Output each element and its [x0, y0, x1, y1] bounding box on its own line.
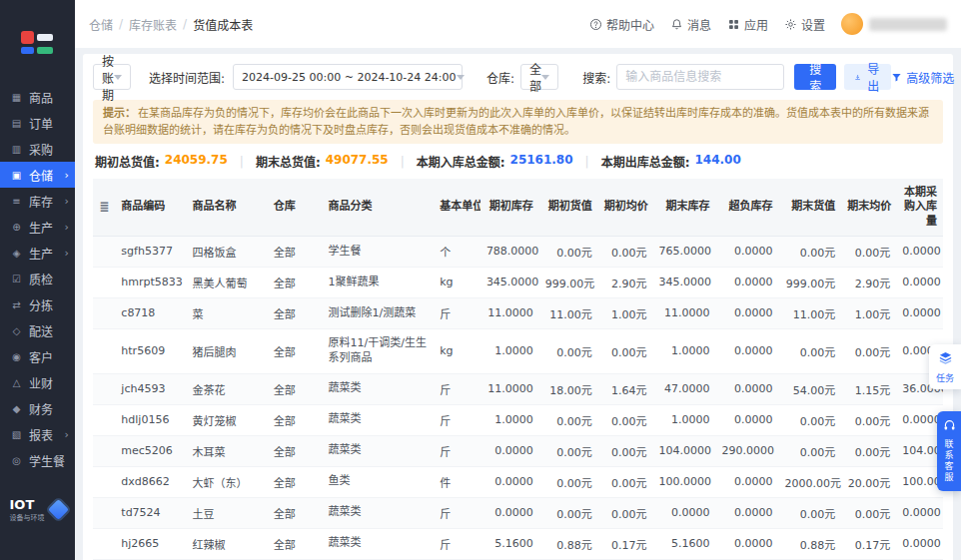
table-cell: 斤 — [434, 497, 480, 528]
sidebar-item-label: 生产 — [29, 219, 53, 236]
table-cell: 788.0000 — [480, 236, 539, 267]
chevron-right-icon: › — [65, 195, 69, 208]
help-center-label: 帮助中心 — [606, 16, 654, 33]
table-cell: 鱼类 — [322, 466, 434, 497]
table-cell: 黄灯笼椒 — [186, 404, 267, 435]
sorting-icon: ⇄ — [10, 299, 23, 310]
column-header: 超负库存 — [715, 179, 778, 236]
table-cell: dxd8662 — [115, 466, 186, 497]
table-cell: 0.0000 — [715, 466, 778, 497]
sidebar-item-label: 仓储 — [29, 167, 53, 184]
apps-button[interactable]: 应用 — [727, 16, 768, 33]
column-header: 期末库存 — [652, 179, 715, 236]
sidebar-item-6[interactable]: ⊕生产› — [0, 214, 75, 240]
sidebar-item-7[interactable]: ◈生产› — [0, 240, 75, 266]
sidebar-item-label: 学生餐 — [29, 452, 65, 469]
breadcrumb: 仓储/库存账表/货值成本表 — [89, 16, 253, 33]
summary-value: 49077.55 — [326, 153, 389, 170]
table-row: sgfh5377四格饭盒全部学生餐个788.00000.00元0.00元765.… — [93, 236, 943, 267]
production-icon: ⊕ — [10, 222, 23, 233]
table-cell: kg — [434, 267, 480, 297]
chevron-down-icon — [457, 75, 465, 80]
customer-icon: ◉ — [10, 351, 23, 362]
user-name-redacted — [869, 18, 947, 31]
contact-support-widget[interactable]: 联系客服 — [937, 411, 961, 491]
table-cell: 全部 — [268, 328, 323, 373]
sidebar-item-2[interactable]: ▤订单 — [0, 110, 75, 136]
bell-icon — [670, 18, 683, 31]
column-settings-button[interactable]: ≣ — [93, 179, 115, 236]
column-header: 基本单位 — [434, 179, 480, 236]
date-range-input[interactable]: 2024-09-25 00:00 ~ 2024-10-24 24:00 — [233, 64, 463, 90]
breadcrumb-item[interactable]: 仓储 — [89, 16, 113, 33]
app-logo[interactable] — [0, 0, 75, 84]
export-button[interactable]: 导出 — [844, 64, 891, 90]
summary-separator: | — [240, 155, 244, 169]
sidebar-item-11[interactable]: ◉客户 — [0, 343, 75, 369]
messages-button[interactable]: 消息 — [670, 16, 711, 33]
table-cell: 大虾（东） — [186, 466, 267, 497]
column-header: 期末货值 — [778, 179, 841, 236]
sidebar-item-label: 业财 — [29, 374, 53, 391]
row-spacer-cell — [93, 373, 115, 404]
filter-funnel-icon — [891, 72, 902, 83]
sidebar-item-9[interactable]: ⇄分拣 — [0, 291, 75, 317]
table-cell: 11.0000 — [480, 297, 539, 328]
help-center-button[interactable]: 帮助中心 — [589, 16, 654, 33]
user-menu[interactable] — [841, 13, 947, 35]
table-cell: 全部 — [268, 528, 323, 559]
column-header: 商品名称 — [186, 179, 267, 236]
chevron-right-icon: › — [65, 169, 69, 182]
table-cell: 全部 — [268, 236, 323, 267]
warehouse-select[interactable]: 全部 — [520, 64, 558, 90]
table-cell: 0.0000 — [715, 528, 778, 559]
sidebar-item-3[interactable]: ▥采购 — [0, 136, 75, 162]
logo-mark-icon — [21, 31, 55, 54]
topbar: 仓储/库存账表/货值成本表 帮助中心 消息 — [75, 0, 961, 48]
row-spacer-cell — [93, 236, 115, 267]
row-spacer-cell — [93, 404, 115, 435]
table-cell: 全部 — [268, 404, 323, 435]
table-cell: 290.0000 — [715, 435, 778, 466]
row-spacer-cell — [93, 528, 115, 559]
date-range-value: 2024-09-25 00:00 ~ 2024-10-24 24:00 — [242, 71, 456, 84]
export-label: 导出 — [865, 60, 881, 94]
table-cell: 黑美人葡萄 — [186, 267, 267, 297]
iot-title: IOT — [10, 498, 45, 512]
sidebar-item-5[interactable]: ≡库存› — [0, 188, 75, 214]
tasks-widget[interactable]: 任务 — [929, 344, 961, 389]
sidebar-item-label: 分拣 — [29, 296, 53, 313]
sidebar-item-15[interactable]: ◎学生餐 — [0, 447, 75, 473]
settings-button[interactable]: 设置 — [784, 16, 825, 33]
student-meal-icon: ◎ — [10, 455, 23, 466]
table-cell: 蔬菜类 — [322, 528, 434, 559]
sidebar-item-1[interactable]: ▦商品 — [0, 84, 75, 110]
sidebar-item-14[interactable]: ▧报表› — [0, 421, 75, 447]
table-row: jch4593金茶花全部蔬菜类斤11.000018.00元1.64元47.000… — [93, 373, 943, 404]
sidebar-item-12[interactable]: △业财 — [0, 369, 75, 395]
summary-item: 期初总货值:24059.75 — [95, 153, 228, 170]
table-cell: 1.00元 — [841, 297, 896, 328]
table-cell: 5.1600 — [480, 528, 539, 559]
advanced-filter-button[interactable]: 高级筛选 — [891, 69, 954, 86]
table-cell: 345.0000 — [480, 267, 539, 297]
summary-bar: 期初总货值:24059.75|期末总货值:49077.55|本期入库总金额:25… — [93, 144, 943, 179]
sidebar-item-label: 报表 — [29, 426, 53, 443]
table-cell: 0.00元 — [841, 328, 896, 373]
table-cell: jch4593 — [115, 373, 186, 404]
table-cell: 0.0000 — [715, 297, 778, 328]
business-finance-icon: △ — [10, 377, 23, 388]
table-cell: 斤 — [434, 297, 480, 328]
question-circle-icon — [589, 18, 602, 31]
sidebar-item-13[interactable]: ◆财务 — [0, 395, 75, 421]
search-button[interactable]: 搜索 — [794, 64, 836, 90]
sidebar-item-8[interactable]: ☑质检 — [0, 266, 75, 291]
period-select[interactable]: 按账期 — [93, 64, 131, 90]
date-range-label: 选择时间范围: — [149, 69, 225, 86]
table-cell: 0.88元 — [778, 528, 841, 559]
sidebar-item-10[interactable]: ◇配送 — [0, 317, 75, 343]
search-input[interactable] — [616, 64, 784, 90]
breadcrumb-item[interactable]: 库存账表 — [129, 16, 177, 33]
sidebar-item-4[interactable]: ▣仓储› — [0, 162, 75, 188]
column-header: 期末均价 — [841, 179, 896, 236]
